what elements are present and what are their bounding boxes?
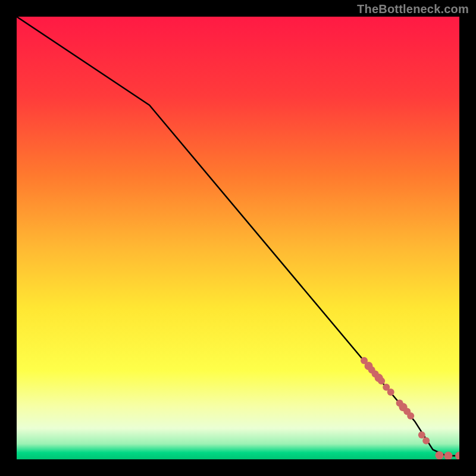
chart-frame: TheBottleneck.com <box>0 0 476 476</box>
data-marker <box>418 431 425 439</box>
chart-plot <box>17 17 459 459</box>
data-marker <box>407 412 414 419</box>
attribution-text: TheBottleneck.com <box>357 2 469 16</box>
data-marker <box>422 437 430 444</box>
data-marker <box>378 377 385 384</box>
data-marker <box>436 451 444 459</box>
data-marker <box>387 389 394 396</box>
